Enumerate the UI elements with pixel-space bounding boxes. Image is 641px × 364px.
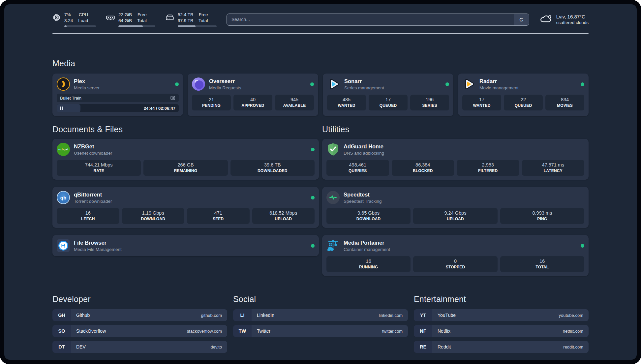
bookmark-url: twitter.com bbox=[382, 329, 403, 334]
bookmarks-developer: Developer GH Github github.com SO StackO… bbox=[52, 294, 227, 357]
bookmark-name: DEV bbox=[76, 344, 86, 349]
service-card-speedtest[interactable]: Speedtest Speedtest Tracking 9.65 Gbps D… bbox=[322, 187, 589, 228]
qbittorrent-icon: qb bbox=[57, 191, 70, 204]
weather-widget[interactable]: Lviv, 16.87°C scattered clouds bbox=[539, 14, 589, 25]
service-title: Media Portainer bbox=[344, 240, 390, 246]
search-input[interactable] bbox=[227, 17, 514, 22]
stat-filtered: 2,953 FILTERED bbox=[457, 160, 519, 176]
bookmark-github[interactable]: GH Github github.com bbox=[52, 309, 227, 321]
stat-queued: 17 QUEUED bbox=[369, 95, 408, 110]
stat-blocked: 86,384 BLOCKED bbox=[392, 160, 454, 176]
cpu-load-label: Load bbox=[78, 18, 88, 24]
disk-metric: 52.4 TB 97.9 TB Free Total bbox=[165, 12, 217, 27]
documents-column: Documents & Files nzbget NZBGet Usenet d… bbox=[52, 125, 319, 276]
service-card-filebrowser[interactable]: File Browser Media File Management bbox=[52, 235, 319, 256]
stat-pending: 21 PENDING bbox=[192, 95, 231, 110]
service-card-plex[interactable]: Plex Media server Bullet Train 24:44 / 0… bbox=[52, 74, 183, 116]
section-title-entertainment: Entertainment bbox=[414, 294, 589, 304]
service-card-sonarr[interactable]: Sonarr Series management 485 WANTED 17 Q… bbox=[323, 74, 453, 116]
bookmark-stackoverflow[interactable]: SO StackOverflow stackoverflow.com bbox=[52, 325, 227, 337]
header-divider bbox=[52, 33, 589, 34]
bookmark-twitter[interactable]: TW Twitter twitter.com bbox=[233, 325, 408, 337]
status-dot bbox=[311, 196, 315, 199]
cloud-icon bbox=[539, 14, 552, 25]
status-dot bbox=[581, 244, 584, 248]
bookmark-name: Netflix bbox=[438, 328, 450, 334]
bookmark-name: StackOverflow bbox=[76, 328, 106, 334]
sonarr-icon bbox=[327, 77, 340, 91]
service-card-portainer[interactable]: Media Portainer Container management 16 … bbox=[322, 235, 589, 276]
section-title-documents: Documents & Files bbox=[52, 125, 319, 134]
service-title: Speedtest bbox=[344, 192, 382, 198]
status-dot bbox=[581, 82, 584, 86]
bookmark-url: reddit.com bbox=[563, 345, 583, 349]
service-title: Overseerr bbox=[209, 78, 241, 84]
service-card-qbittorrent[interactable]: qb qBittorrent Torrent downloader 16 LEE… bbox=[52, 187, 319, 228]
stat-series: 196 SERIES bbox=[410, 95, 449, 110]
service-subtitle: Usenet downloader bbox=[74, 151, 112, 156]
stat-queries: 498,461 QUERIES bbox=[326, 160, 389, 176]
now-playing-widget: Bullet Train 24:44 / 02:06:47 bbox=[57, 94, 179, 112]
bookmark-dev[interactable]: DT DEV dev.to bbox=[52, 341, 227, 353]
bookmark-name: Github bbox=[76, 313, 90, 318]
nzbget-icon: nzbget bbox=[57, 143, 70, 156]
service-subtitle: Movie management bbox=[479, 85, 519, 90]
adguard-icon bbox=[326, 143, 340, 156]
service-subtitle: Speedtest Tracking bbox=[344, 199, 382, 204]
status-dot bbox=[311, 244, 315, 248]
bookmark-abbr: RE bbox=[414, 341, 432, 353]
stat-upload: 9.24 Gbps UPLOAD bbox=[413, 208, 497, 224]
service-subtitle: DNS and adblocking bbox=[344, 151, 384, 156]
stat-download: 1.19 Gbps DOWNLOAD bbox=[122, 208, 185, 224]
service-card-adguard[interactable]: AdGuard Home DNS and adblocking 498,461 … bbox=[322, 139, 589, 180]
bookmark-abbr: SO bbox=[52, 325, 71, 337]
stat-downloaded: 39.6 TB DOWNLOADED bbox=[230, 160, 315, 176]
bookmark-linkedin[interactable]: LI LinkedIn linkedin.com bbox=[233, 309, 408, 321]
bookmark-reddit[interactable]: RE Reddit reddit.com bbox=[414, 341, 589, 353]
weather-location: Lviv, 16.87°C bbox=[556, 14, 589, 19]
window-frame: 7% 3.24 CPU Load bbox=[0, 0, 641, 364]
service-title: File Browser bbox=[74, 240, 122, 246]
now-playing-title: Bullet Train bbox=[60, 96, 81, 101]
bookmark-url: linkedin.com bbox=[379, 313, 403, 318]
disk-icon bbox=[165, 13, 174, 23]
section-title-utilities: Utilities bbox=[322, 125, 589, 134]
bookmark-url: stackoverflow.com bbox=[187, 329, 222, 334]
stat-running: 16 RUNNING bbox=[326, 256, 411, 272]
now-playing-title-bar[interactable]: Bullet Train bbox=[57, 94, 179, 102]
bookmark-url: youtube.com bbox=[559, 313, 583, 318]
ram-total-value: 64 GiB bbox=[118, 18, 132, 24]
ram-free-label: Free bbox=[137, 12, 147, 18]
status-dot bbox=[175, 82, 179, 86]
section-title-media: Media bbox=[52, 59, 589, 68]
bookmark-abbr: TW bbox=[233, 325, 252, 337]
service-card-nzbget[interactable]: nzbget NZBGet Usenet downloader 744.21 M… bbox=[52, 139, 319, 180]
stat-ping: 0.993 ms PING bbox=[500, 208, 584, 224]
bookmark-netflix[interactable]: NF Netflix netflix.com bbox=[414, 325, 589, 337]
stat-upload: 618.52 Mbps UPLOAD bbox=[252, 208, 315, 224]
cpu-progress-bar bbox=[64, 25, 96, 27]
plex-icon bbox=[57, 77, 70, 91]
search-engine-button[interactable]: G bbox=[514, 14, 529, 25]
stat-rate: 744.21 Mbps RATE bbox=[57, 160, 141, 176]
bookmark-abbr: GH bbox=[52, 309, 71, 321]
search-bar: G bbox=[227, 14, 529, 26]
stat-queued: 22 QUEUED bbox=[504, 95, 543, 110]
stat-wanted: 485 WANTED bbox=[327, 95, 366, 110]
service-card-radarr[interactable]: Radarr Movie management 17 WANTED 22 QUE… bbox=[458, 74, 589, 116]
bookmarks-social: Social LI LinkedIn linkedin.com TW Twitt… bbox=[233, 294, 408, 357]
service-subtitle: Media server bbox=[74, 85, 100, 90]
filebrowser-icon bbox=[57, 239, 70, 252]
service-title: AdGuard Home bbox=[344, 143, 384, 150]
bookmark-youtube[interactable]: YT YouTube youtube.com bbox=[414, 309, 589, 321]
service-card-overseerr[interactable]: Overseerr Media Requests 21 PENDING 40 A… bbox=[188, 74, 318, 116]
memory-metric: 22 GiB 64 GiB Free Total bbox=[106, 12, 155, 27]
playback-progress-bar[interactable]: 24:44 / 02:06:47 bbox=[57, 104, 179, 112]
search-engine-label: G bbox=[519, 17, 523, 22]
bookmarks-entertainment: Entertainment YT YouTube youtube.com NF … bbox=[414, 294, 589, 357]
bookmark-name: LinkedIn bbox=[257, 313, 274, 318]
disk-total-value: 97.9 TB bbox=[178, 18, 193, 24]
bookmark-abbr: YT bbox=[414, 309, 432, 321]
section-title-developer: Developer bbox=[52, 294, 227, 304]
utilities-column: Utilities AdGuard Home bbox=[322, 125, 589, 276]
